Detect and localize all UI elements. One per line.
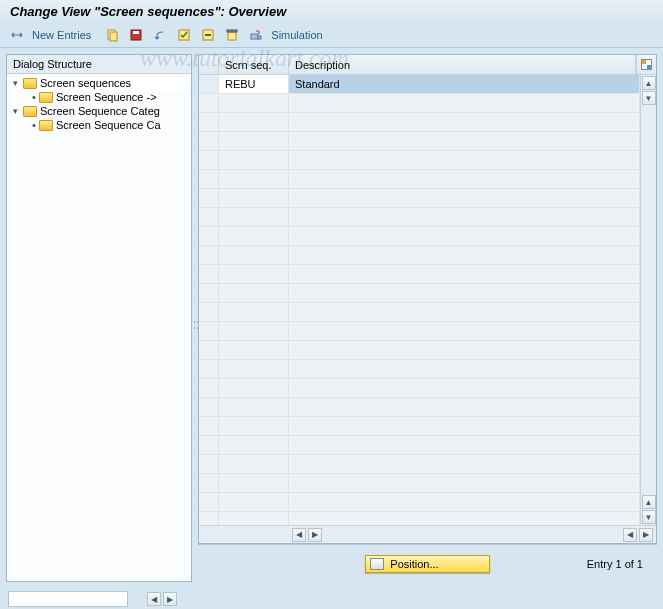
row-selector[interactable]: [199, 474, 219, 492]
row-selector[interactable]: [199, 360, 219, 378]
undo-icon[interactable]: [151, 26, 169, 44]
folder-closed-icon: [39, 120, 53, 131]
row-selector[interactable]: [199, 246, 219, 264]
toggle-icon[interactable]: [8, 26, 26, 44]
deselect-all-icon[interactable]: [199, 26, 217, 44]
table-row[interactable]: [199, 151, 640, 170]
cell-scrn-seq: [219, 227, 289, 245]
tree-collapse-icon[interactable]: ▾: [13, 106, 23, 116]
table-row[interactable]: [199, 341, 640, 360]
nav-right-button[interactable]: ▶: [163, 592, 177, 606]
cell-description: [289, 132, 640, 150]
row-selector[interactable]: [199, 75, 219, 93]
scroll-up-button[interactable]: ▲: [642, 76, 656, 90]
cell-description: [289, 398, 640, 416]
toolbar: New Entries Simulation: [0, 22, 663, 48]
table-row[interactable]: [199, 360, 640, 379]
status-input[interactable]: [8, 591, 128, 607]
table-row[interactable]: [199, 284, 640, 303]
cell-description: [289, 113, 640, 131]
footer-bar: Position... Entry 1 of 1: [198, 544, 657, 582]
simulation-button[interactable]: Simulation: [271, 29, 322, 41]
table-row[interactable]: [199, 379, 640, 398]
row-selector[interactable]: [199, 322, 219, 340]
cell-scrn-seq: [219, 493, 289, 511]
tree-collapse-icon[interactable]: ▾: [13, 78, 23, 88]
folder-open-icon: [23, 78, 37, 89]
table-row[interactable]: REBUStandard: [199, 75, 640, 94]
scroll-left-end-button[interactable]: ◀: [623, 528, 637, 542]
row-selector[interactable]: [199, 113, 219, 131]
row-selector[interactable]: [199, 341, 219, 359]
column-header-description[interactable]: Description: [289, 55, 636, 74]
svg-rect-6: [205, 34, 211, 36]
cell-description: [289, 436, 640, 454]
scroll-down-step-button[interactable]: ▼: [642, 91, 656, 105]
table-row[interactable]: [199, 512, 640, 525]
scroll-right-button[interactable]: ▶: [308, 528, 322, 542]
row-selector[interactable]: [199, 493, 219, 511]
row-selector[interactable]: [199, 132, 219, 150]
table-row[interactable]: [199, 189, 640, 208]
table-row[interactable]: [199, 417, 640, 436]
tree-node-screen-sequence-categ[interactable]: ▾ Screen Sequence Categ: [9, 104, 189, 118]
table-row[interactable]: [199, 455, 640, 474]
tree-node-screen-sequence-ca[interactable]: • Screen Sequence Ca: [9, 118, 189, 132]
row-selector[interactable]: [199, 151, 219, 169]
delete-icon[interactable]: [223, 26, 241, 44]
table-row[interactable]: [199, 474, 640, 493]
row-selector[interactable]: [199, 284, 219, 302]
scroll-right-end-button[interactable]: ▶: [639, 528, 653, 542]
transport-icon[interactable]: [247, 26, 265, 44]
row-selector[interactable]: [199, 455, 219, 473]
vertical-scrollbar[interactable]: ▲ ▼ ▲ ▼: [640, 75, 656, 525]
table-row[interactable]: [199, 132, 640, 151]
row-selector[interactable]: [199, 227, 219, 245]
tree-node-screen-sequences[interactable]: ▾ Screen sequences: [9, 76, 189, 90]
row-selector[interactable]: [199, 417, 219, 435]
grid-configure-button[interactable]: [636, 55, 656, 74]
row-selector[interactable]: [199, 379, 219, 397]
table-row[interactable]: [199, 303, 640, 322]
table-row[interactable]: [199, 94, 640, 113]
table-row[interactable]: [199, 265, 640, 284]
svg-rect-7: [228, 32, 236, 40]
position-button[interactable]: Position...: [365, 555, 489, 573]
save-icon[interactable]: [127, 26, 145, 44]
table-row[interactable]: [199, 246, 640, 265]
row-selector[interactable]: [199, 436, 219, 454]
row-selector[interactable]: [199, 170, 219, 188]
table-row[interactable]: [199, 398, 640, 417]
scroll-up-step-button[interactable]: ▲: [642, 495, 656, 509]
scroll-down-button[interactable]: ▼: [642, 510, 656, 524]
table-row[interactable]: [199, 227, 640, 246]
table-row[interactable]: [199, 113, 640, 132]
cell-description: [289, 417, 640, 435]
row-selector[interactable]: [199, 208, 219, 226]
column-header-scrn-seq[interactable]: Scrn seq.: [219, 55, 289, 74]
table-row[interactable]: [199, 493, 640, 512]
row-selector[interactable]: [199, 398, 219, 416]
column-header-selector[interactable]: [199, 55, 219, 74]
cell-scrn-seq: [219, 455, 289, 473]
table-row[interactable]: [199, 436, 640, 455]
cell-description[interactable]: Standard: [289, 75, 640, 93]
cell-scrn-seq[interactable]: REBU: [219, 75, 289, 93]
select-all-icon[interactable]: [175, 26, 193, 44]
horizontal-scrollbar[interactable]: ◀ ▶ ◀ ▶: [199, 525, 656, 543]
dialog-structure-tree: ▾ Screen sequences • Screen Sequence -> …: [7, 74, 191, 134]
new-entries-button[interactable]: New Entries: [32, 29, 91, 41]
row-selector[interactable]: [199, 512, 219, 525]
cell-scrn-seq: [219, 379, 289, 397]
tree-node-screen-sequence-child[interactable]: • Screen Sequence ->: [9, 90, 189, 104]
row-selector[interactable]: [199, 265, 219, 283]
table-row[interactable]: [199, 208, 640, 227]
row-selector[interactable]: [199, 94, 219, 112]
copy-icon[interactable]: [103, 26, 121, 44]
nav-left-button[interactable]: ◀: [147, 592, 161, 606]
scroll-left-button[interactable]: ◀: [292, 528, 306, 542]
row-selector[interactable]: [199, 189, 219, 207]
table-row[interactable]: [199, 322, 640, 341]
table-row[interactable]: [199, 170, 640, 189]
row-selector[interactable]: [199, 303, 219, 321]
